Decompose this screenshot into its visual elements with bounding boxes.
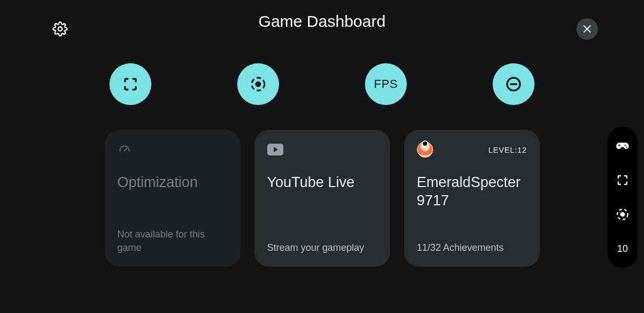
svg-point-4 xyxy=(255,81,261,87)
card-subtitle: Not available for this game xyxy=(118,228,209,254)
record-button[interactable] xyxy=(237,63,279,105)
svg-point-10 xyxy=(620,212,625,217)
close-button[interactable] xyxy=(576,18,598,40)
fps-label: FPS xyxy=(374,77,398,91)
floating-screenshot-button[interactable] xyxy=(612,169,633,191)
page-title: Game Dashboard xyxy=(259,12,386,31)
card-title: YouTube Live xyxy=(267,174,377,192)
card-title: Optimization xyxy=(118,174,228,192)
floating-fps-value[interactable]: 10 xyxy=(612,238,633,259)
card-subtitle: Stream your gameplay xyxy=(267,241,377,254)
floating-action-bar: 10 xyxy=(608,126,638,268)
dnd-button[interactable] xyxy=(493,63,535,105)
screenshot-button[interactable] xyxy=(109,63,151,105)
gamepad-icon xyxy=(615,138,630,153)
settings-button[interactable] xyxy=(52,20,69,38)
card-subtitle: 11/32 Achievements xyxy=(417,241,527,254)
optimization-card[interactable]: Optimization Not available for this game xyxy=(105,130,240,267)
screenshot-icon xyxy=(122,76,138,92)
svg-point-0 xyxy=(58,27,62,31)
header: Game Dashboard xyxy=(0,0,644,43)
gear-icon xyxy=(53,21,68,36)
cards-row: Optimization Not available for this game… xyxy=(0,130,644,267)
quick-actions-row: FPS xyxy=(0,63,644,105)
youtube-live-card[interactable]: YouTube Live Stream your gameplay xyxy=(254,130,390,267)
speedometer-icon xyxy=(118,143,131,156)
fps-button[interactable]: FPS xyxy=(365,63,407,105)
card-title: EmeraldSpecter9717 xyxy=(417,174,527,210)
avatar-icon xyxy=(417,141,433,158)
floating-gamepad-button[interactable] xyxy=(612,135,633,156)
do-not-disturb-icon xyxy=(505,76,522,93)
level-badge: LEVEL:12 xyxy=(488,145,527,154)
screenshot-icon xyxy=(616,174,629,187)
youtube-icon xyxy=(267,144,283,155)
close-icon xyxy=(582,24,592,34)
profile-card[interactable]: LEVEL:12 EmeraldSpecter9717 11/32 Achiev… xyxy=(404,130,540,267)
record-icon xyxy=(250,76,267,93)
floating-record-button[interactable] xyxy=(612,204,633,225)
record-icon xyxy=(616,207,630,221)
